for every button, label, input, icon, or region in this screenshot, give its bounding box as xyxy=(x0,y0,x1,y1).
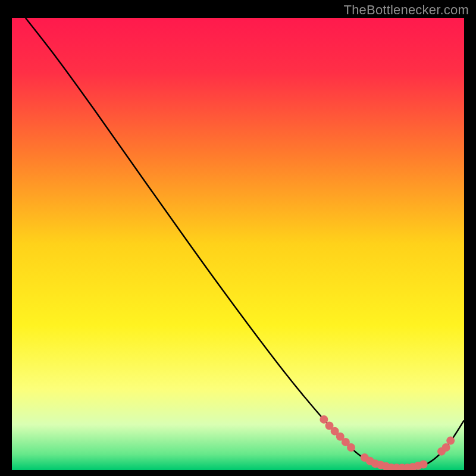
curve-dot xyxy=(347,443,355,452)
curve-dot xyxy=(320,415,328,424)
plot-area xyxy=(12,18,464,470)
curve-dot xyxy=(446,437,455,445)
curve-dot xyxy=(442,443,450,452)
chart-svg xyxy=(12,18,464,470)
chart-frame: TheBottlenecker.com xyxy=(0,0,476,476)
curve-dot xyxy=(419,461,428,469)
attribution-text: TheBottlenecker.com xyxy=(344,2,469,18)
gradient-background xyxy=(12,18,464,470)
